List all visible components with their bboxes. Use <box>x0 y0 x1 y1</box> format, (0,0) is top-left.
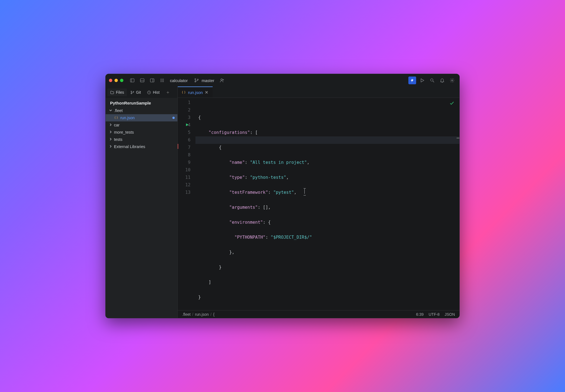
sidebar-tab-history[interactable]: Hist <box>144 88 162 96</box>
sidebar-tab-label: Git <box>136 90 141 95</box>
breadcrumb-segment[interactable]: { <box>213 312 215 317</box>
project-name[interactable]: calculator <box>168 78 189 83</box>
encoding[interactable]: UTF-8 <box>429 312 440 317</box>
chevron-right-icon <box>109 130 113 134</box>
breadcrumb-separator: / <box>192 312 193 317</box>
panel-bottom-icon[interactable] <box>138 77 146 84</box>
line-number: 1 <box>178 99 190 106</box>
sidebar-tabs: Files Git Hist <box>106 87 177 98</box>
notifications-icon[interactable] <box>438 77 446 84</box>
gutter: 1 2 3 4 5 6 7 8 9 10 11 <box>178 98 195 310</box>
svg-line-23 <box>433 81 434 82</box>
file-tree: .fleet run.json car more_tests te <box>106 107 177 318</box>
svg-point-7 <box>162 79 162 79</box>
title-bar: calculator master <box>106 74 459 87</box>
line-number: 11 <box>178 174 190 181</box>
line-number: 4 <box>178 121 190 129</box>
tree-folder-tests[interactable]: tests <box>106 136 177 143</box>
tree-node-label: more_tests <box>114 130 175 134</box>
tree-folder-more-tests[interactable]: more_tests <box>106 129 177 136</box>
status-bar: .fleet / run.json / { 6:39 UTF-8 JSON <box>178 310 459 318</box>
sidebar-tab-add[interactable] <box>163 89 173 96</box>
line-number: 9 <box>178 159 190 166</box>
panel-left-icon[interactable] <box>128 77 136 84</box>
tree-folder-fleet[interactable]: .fleet <box>106 107 177 114</box>
svg-point-12 <box>161 81 161 82</box>
clock-icon <box>147 90 151 95</box>
app-window: calculator master <box>105 74 460 318</box>
chevron-down-icon <box>109 108 113 113</box>
project-root[interactable]: PythonRerunSample <box>106 98 177 107</box>
apps-grid-icon[interactable] <box>158 77 166 84</box>
minimize-window-button[interactable] <box>114 79 118 82</box>
traffic-lights <box>109 79 123 82</box>
line-number: 6 <box>178 136 190 144</box>
run-icon[interactable] <box>418 77 426 84</box>
editor[interactable]: 1 2 3 4 5 6 7 8 9 10 11 <box>178 98 459 310</box>
close-tab-button[interactable] <box>205 90 209 95</box>
line-number: 10 <box>178 166 190 174</box>
json-file-icon <box>114 116 118 120</box>
line-number: 12 <box>178 181 190 189</box>
tree-node-label: car <box>114 123 175 127</box>
cursor-position[interactable]: 6:39 <box>416 312 424 317</box>
breadcrumb-segment[interactable]: run.json <box>195 312 209 317</box>
add-user-icon[interactable] <box>218 77 226 84</box>
editor-tab-runjson[interactable]: run.json <box>178 86 213 98</box>
breadcrumb-segment[interactable]: .fleet <box>182 312 190 317</box>
panel-right-icon[interactable] <box>148 77 156 84</box>
line-number: 8 <box>178 151 190 159</box>
tree-node-label: .fleet <box>114 108 175 113</box>
svg-point-16 <box>195 81 196 82</box>
svg-point-13 <box>162 81 162 82</box>
search-icon[interactable] <box>428 77 436 84</box>
settings-icon[interactable] <box>448 77 456 84</box>
editor-tabs: run.json <box>178 87 459 98</box>
line-number: 7 <box>178 144 190 151</box>
tree-node-label: tests <box>114 137 175 142</box>
sidebar: Files Git Hist PythonRerunSample <box>106 87 178 318</box>
run-gutter-icon[interactable] <box>185 121 189 129</box>
text-cursor <box>304 189 305 194</box>
sidebar-tab-git[interactable]: Git <box>128 88 144 96</box>
svg-rect-2 <box>140 79 144 82</box>
svg-marker-33 <box>186 123 189 126</box>
branch-icon <box>193 77 200 84</box>
svg-point-26 <box>131 93 132 94</box>
error-gutter-mark <box>178 144 178 149</box>
sidebar-tab-label: Hist <box>153 90 159 95</box>
svg-rect-4 <box>150 79 154 82</box>
body: Files Git Hist PythonRerunSample <box>106 87 459 318</box>
svg-point-17 <box>197 79 198 80</box>
tree-file-runjson[interactable]: run.json <box>106 114 177 121</box>
branch-indicator[interactable]: master <box>193 77 216 84</box>
plus-icon <box>166 90 170 95</box>
language-mode[interactable]: JSON <box>445 312 455 317</box>
svg-point-14 <box>163 81 164 82</box>
folder-icon <box>110 90 114 95</box>
branch-name: master <box>202 78 216 83</box>
chevron-right-icon <box>109 144 113 149</box>
branch-icon <box>130 90 134 95</box>
svg-rect-0 <box>130 79 134 82</box>
close-window-button[interactable] <box>109 79 112 82</box>
svg-marker-21 <box>421 79 424 82</box>
json-file-icon <box>182 90 186 95</box>
tree-external-libraries[interactable]: External Libraries <box>106 143 177 150</box>
current-line-highlight <box>195 136 459 144</box>
breadcrumb-separator: / <box>210 312 212 317</box>
editor-tab-label: run.json <box>188 90 203 95</box>
modified-indicator <box>172 117 175 119</box>
sidebar-tab-label: Files <box>116 90 124 95</box>
svg-point-6 <box>161 79 161 79</box>
chevron-right-icon <box>109 123 113 127</box>
svg-point-24 <box>452 80 453 81</box>
svg-point-10 <box>162 80 162 81</box>
sidebar-tab-files[interactable]: Files <box>107 88 127 96</box>
ai-assistant-button[interactable] <box>408 77 416 84</box>
line-number: 2 <box>178 106 190 114</box>
maximize-window-button[interactable] <box>120 79 123 82</box>
svg-point-18 <box>221 79 223 80</box>
tree-folder-car[interactable]: car <box>106 121 177 129</box>
code-area[interactable]: { "configurations": [ { "name": "All tes… <box>195 98 459 310</box>
